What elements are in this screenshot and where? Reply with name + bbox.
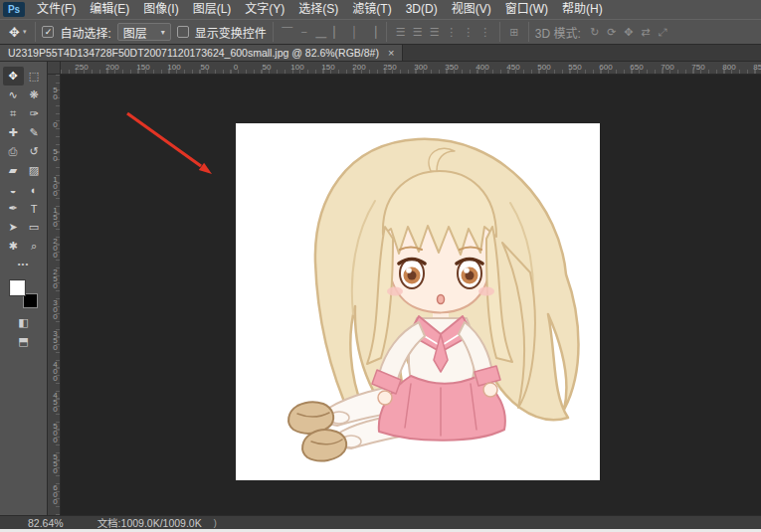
chevron-down-icon: ▾ bbox=[23, 28, 27, 36]
align-top-edges-icon[interactable]: ⎺ bbox=[280, 23, 295, 41]
menu-item[interactable]: 选择(S) bbox=[291, 0, 345, 19]
spot-healing-brush-tool[interactable]: ✚ bbox=[3, 123, 24, 142]
status-expander-icon[interactable]: ) bbox=[214, 518, 217, 528]
auto-select-target-dropdown[interactable]: 图层 ▾ bbox=[117, 23, 171, 41]
pen-tool[interactable]: ✒ bbox=[3, 199, 24, 218]
zoom-level[interactable]: 82.64% bbox=[28, 517, 64, 529]
menu-item[interactable]: 图像(I) bbox=[136, 0, 185, 19]
ruler-label: 50 bbox=[48, 147, 60, 161]
auto-select-label: 自动选择: bbox=[60, 24, 110, 41]
ruler-label: 250 bbox=[75, 63, 88, 72]
edit-toolbar-icon[interactable]: ••• bbox=[18, 260, 29, 271]
ruler-label: 0 bbox=[234, 63, 238, 72]
ruler-label: 50 bbox=[263, 63, 272, 72]
options-bar: ✥ ▾ ✓ 自动选择: 图层 ▾ 显示变换控件 ⎺−⎽▏│▕ ☰☰☰⋮⋮⋮ ⊞ … bbox=[0, 19, 761, 45]
menu-item[interactable]: 3D(D) bbox=[399, 0, 445, 19]
path-selection-tool[interactable]: ➤ bbox=[3, 218, 24, 237]
auto-select-checkbox[interactable]: ✓ bbox=[42, 26, 54, 38]
tool-preset-picker[interactable]: ✥ ▾ bbox=[6, 25, 29, 40]
background-color-swatch[interactable] bbox=[23, 293, 38, 308]
distribute-bottom-edges-icon[interactable]: ☰ bbox=[427, 23, 443, 41]
ruler-label: 450 bbox=[48, 391, 60, 412]
gradient-tool[interactable]: ▨ bbox=[24, 161, 45, 180]
clone-stamp-tool[interactable]: ⎙ bbox=[3, 142, 24, 161]
menu-item[interactable]: 图层(L) bbox=[186, 0, 239, 19]
foreground-color-swatch[interactable] bbox=[10, 280, 25, 295]
color-swatches bbox=[9, 279, 39, 309]
lasso-tool[interactable]: ∿ bbox=[3, 86, 24, 104]
ruler-label: 550 bbox=[568, 63, 581, 72]
ruler-label: 500 bbox=[537, 63, 550, 72]
3d-scale-icon[interactable]: ⤢ bbox=[655, 23, 670, 41]
menu-item[interactable]: 帮助(H) bbox=[555, 0, 610, 19]
menu-item[interactable]: 窗口(W) bbox=[498, 0, 555, 19]
separator bbox=[499, 22, 500, 42]
quick-mask-icon[interactable]: ◧ bbox=[18, 317, 28, 328]
separator bbox=[35, 22, 36, 42]
photoshop-window: Ps 文件(F)编辑(E)图像(I)图层(L)文字(Y)选择(S)滤镜(T)3D… bbox=[0, 0, 761, 532]
ruler-label: 150 bbox=[48, 206, 60, 227]
menu-item[interactable]: 滤镜(T) bbox=[345, 0, 398, 19]
ruler-label: 750 bbox=[691, 63, 704, 72]
eyedropper-tool[interactable]: ✑ bbox=[24, 104, 45, 123]
ruler-label: 450 bbox=[506, 63, 519, 72]
ruler-label: 600 bbox=[599, 63, 612, 72]
eraser-tool[interactable]: ▰ bbox=[3, 161, 24, 180]
blur-tool[interactable]: ◒ bbox=[3, 180, 24, 199]
crop-tool[interactable]: ⌗ bbox=[3, 104, 24, 123]
horizontal-ruler[interactable]: 2502001501005005010015020025030035040045… bbox=[61, 62, 761, 75]
align-vertical-centers-icon[interactable]: − bbox=[296, 23, 312, 41]
menu-item[interactable]: 视图(V) bbox=[445, 0, 498, 19]
type-tool[interactable]: T bbox=[24, 199, 45, 218]
distribute-vertical-centers-icon[interactable]: ☰ bbox=[410, 23, 426, 41]
ruler-label: 800 bbox=[722, 63, 735, 72]
document-tab[interactable]: U2319P55T4D134728F50DT20071120173624_600… bbox=[0, 45, 403, 61]
ruler-label: 550 bbox=[48, 452, 60, 473]
show-transform-checkbox[interactable] bbox=[177, 26, 189, 38]
show-transform-label: 显示变换控件 bbox=[195, 24, 267, 41]
menu: 文件(F)编辑(E)图像(I)图层(L)文字(Y)选择(S)滤镜(T)3D(D)… bbox=[30, 0, 610, 19]
distribute-top-edges-icon[interactable]: ☰ bbox=[393, 23, 409, 41]
align-icons-group: ⎺−⎽▏│▕ bbox=[280, 23, 380, 41]
3d-drag-icon[interactable]: ✥ bbox=[621, 23, 637, 41]
3d-slide-icon[interactable]: ⇄ bbox=[638, 23, 654, 41]
canvas-area[interactable] bbox=[61, 75, 761, 515]
close-icon[interactable]: × bbox=[388, 47, 394, 59]
menu-item[interactable]: 编辑(E) bbox=[83, 0, 136, 19]
screen-mode-icon[interactable]: ⬒ bbox=[18, 336, 28, 347]
ruler-label: 200 bbox=[48, 237, 60, 258]
zoom-tool[interactable]: ⌕ bbox=[24, 237, 45, 256]
align-horizontal-centers-icon[interactable]: │ bbox=[347, 23, 363, 41]
ruler-label: 400 bbox=[476, 63, 488, 72]
align-right-edges-icon[interactable]: ▕ bbox=[364, 23, 380, 41]
hand-tool[interactable]: ✱ bbox=[3, 237, 24, 256]
3d-mode-icons-group: ↻⟳✥⇄⤢ bbox=[587, 23, 670, 41]
ruler-origin[interactable] bbox=[48, 62, 61, 75]
vertical-ruler[interactable]: 50050100150200250300350400450500550600 bbox=[48, 75, 61, 515]
3d-roll-icon[interactable]: ⟳ bbox=[604, 23, 620, 41]
rectangle-tool[interactable]: ▭ bbox=[24, 218, 45, 237]
auto-align-layers-icon[interactable]: ⊞ bbox=[506, 23, 522, 41]
ruler-label: 200 bbox=[352, 63, 365, 72]
ruler-label: 50 bbox=[48, 86, 60, 99]
document-title: U2319P55T4D134728F50DT20071120173624_600… bbox=[8, 47, 379, 59]
3d-rotate-icon[interactable]: ↻ bbox=[587, 23, 603, 41]
align-left-edges-icon[interactable]: ▏ bbox=[330, 23, 346, 41]
dodge-tool[interactable]: ◐ bbox=[24, 180, 45, 199]
ruler-label: 700 bbox=[661, 63, 673, 72]
ruler-label: 600 bbox=[48, 483, 60, 504]
quick-selection-tool[interactable]: ❋ bbox=[24, 86, 45, 104]
ruler-label: 250 bbox=[383, 63, 396, 72]
distribute-left-edges-icon[interactable]: ⋮ bbox=[444, 23, 460, 41]
history-brush-tool[interactable]: ↺ bbox=[24, 142, 45, 161]
brush-tool[interactable]: ✎ bbox=[24, 123, 45, 142]
distribute-horizontal-centers-icon[interactable]: ⋮ bbox=[461, 23, 476, 41]
menu-item[interactable]: 文件(F) bbox=[30, 0, 83, 19]
align-bottom-edges-icon[interactable]: ⎽ bbox=[313, 23, 329, 41]
rectangular-marquee-tool[interactable]: ⬚ bbox=[24, 67, 45, 86]
document-size-info: 文档:1009.0K/1009.0K bbox=[97, 515, 202, 530]
distribute-right-edges-icon[interactable]: ⋮ bbox=[477, 23, 493, 41]
move-tool[interactable]: ✥ bbox=[3, 67, 24, 86]
document-image[interactable] bbox=[236, 123, 600, 480]
menu-item[interactable]: 文字(Y) bbox=[238, 0, 291, 19]
